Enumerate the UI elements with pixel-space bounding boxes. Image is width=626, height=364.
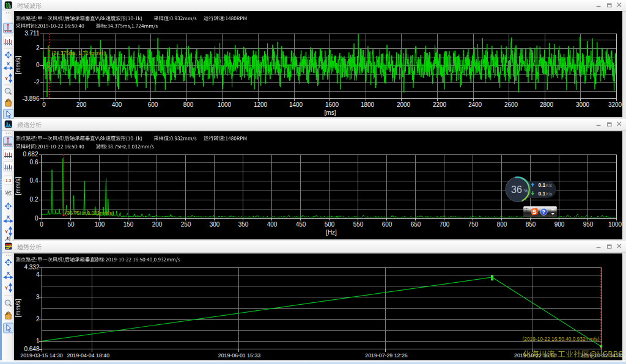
- svg-text:%: %: [524, 188, 528, 194]
- svg-text:(34.375ms, 1.724mm/s): (34.375ms, 1.724mm/s): [52, 50, 106, 56]
- svg-text:(2019-10-22 16:50:40,0.932mm/s: (2019-10-22 16:50:40,0.932mm/s): [523, 335, 600, 341]
- svg-text:800: 800: [497, 220, 507, 227]
- svg-text:X: X: [7, 270, 10, 275]
- svg-text:3000: 3000: [576, 101, 590, 108]
- svg-text:2600: 2600: [504, 101, 518, 108]
- svg-text:4: 4: [36, 271, 40, 278]
- svg-text:1: 1: [36, 338, 40, 344]
- svg-text:[Hz]: [Hz]: [326, 229, 337, 236]
- svg-text:600: 600: [382, 220, 392, 227]
- svg-text:700: 700: [440, 220, 450, 227]
- svg-text:1200: 1200: [254, 101, 268, 108]
- svg-text:0: 0: [36, 62, 40, 68]
- svg-text:-3.896: -3.896: [22, 95, 40, 101]
- svg-text:1000: 1000: [218, 101, 232, 108]
- svg-text:0.1: 0.1: [539, 191, 546, 197]
- svg-text:?: ?: [542, 209, 546, 215]
- svg-text:K/s: K/s: [546, 192, 553, 196]
- svg-text:0: 0: [40, 220, 43, 227]
- svg-text:850: 850: [526, 220, 536, 227]
- svg-text:200: 200: [76, 101, 87, 108]
- svg-text:0: 0: [35, 214, 39, 221]
- svg-text:500: 500: [325, 220, 335, 227]
- svg-text:600: 600: [148, 101, 158, 108]
- svg-text:36: 36: [511, 184, 522, 194]
- svg-text:Y: Y: [5, 285, 9, 291]
- svg-text:200: 200: [152, 220, 163, 227]
- svg-text:-2: -2: [34, 79, 40, 86]
- svg-text:3.711: 3.711: [24, 30, 40, 37]
- svg-text:300: 300: [210, 220, 220, 227]
- svg-text:0.2: 0.2: [30, 195, 39, 202]
- svg-text:2400: 2400: [468, 101, 482, 108]
- svg-text:250: 250: [181, 220, 191, 227]
- svg-text:Y: Y: [5, 228, 9, 234]
- svg-text:0.6: 0.6: [30, 158, 39, 165]
- svg-text:0.4: 0.4: [30, 177, 39, 184]
- svg-text:[mm/s]: [mm/s]: [15, 177, 21, 195]
- svg-text:(38.75Hz,0.032mm/s): (38.75Hz,0.032mm/s): [65, 209, 114, 216]
- svg-text:1400: 1400: [289, 101, 303, 108]
- svg-text:[mm/s]: [mm/s]: [15, 299, 21, 317]
- svg-text:150: 150: [123, 220, 134, 227]
- svg-text:800: 800: [183, 101, 194, 108]
- svg-text:X: X: [7, 214, 10, 219]
- svg-text:4.332: 4.332: [24, 264, 39, 271]
- svg-text:1000: 1000: [608, 220, 622, 227]
- svg-text:[mm/s]: [mm/s]: [15, 56, 21, 74]
- svg-text:2200: 2200: [433, 101, 447, 108]
- svg-text:550: 550: [353, 220, 364, 227]
- svg-text:1800: 1800: [361, 101, 375, 108]
- svg-text:Y: Y: [5, 76, 9, 81]
- svg-text:2: 2: [36, 315, 40, 322]
- svg-text:400: 400: [112, 101, 122, 108]
- svg-text:1600: 1600: [325, 101, 339, 108]
- svg-text:2000: 2000: [397, 101, 411, 108]
- svg-text:[ms]: [ms]: [325, 109, 336, 116]
- svg-text:400: 400: [267, 220, 278, 227]
- svg-text:2800: 2800: [540, 101, 554, 108]
- svg-text:350: 350: [238, 220, 249, 227]
- svg-text:1:3: 1:3: [6, 178, 12, 183]
- svg-text:950: 950: [583, 220, 594, 227]
- svg-text:450: 450: [296, 220, 306, 227]
- svg-text:50: 50: [67, 220, 75, 227]
- svg-text:900: 900: [554, 220, 565, 227]
- svg-text:0: 0: [42, 101, 46, 108]
- svg-text:0.1: 0.1: [539, 182, 546, 188]
- svg-text:750: 750: [468, 220, 479, 227]
- svg-text:0.682: 0.682: [23, 151, 38, 158]
- svg-text:2: 2: [36, 45, 40, 51]
- svg-text:3: 3: [36, 293, 40, 300]
- svg-text:X: X: [7, 61, 10, 67]
- svg-text:650: 650: [411, 220, 421, 227]
- svg-text:3200: 3200: [608, 101, 622, 108]
- svg-text:K/s: K/s: [546, 183, 553, 187]
- svg-text:100: 100: [95, 220, 105, 227]
